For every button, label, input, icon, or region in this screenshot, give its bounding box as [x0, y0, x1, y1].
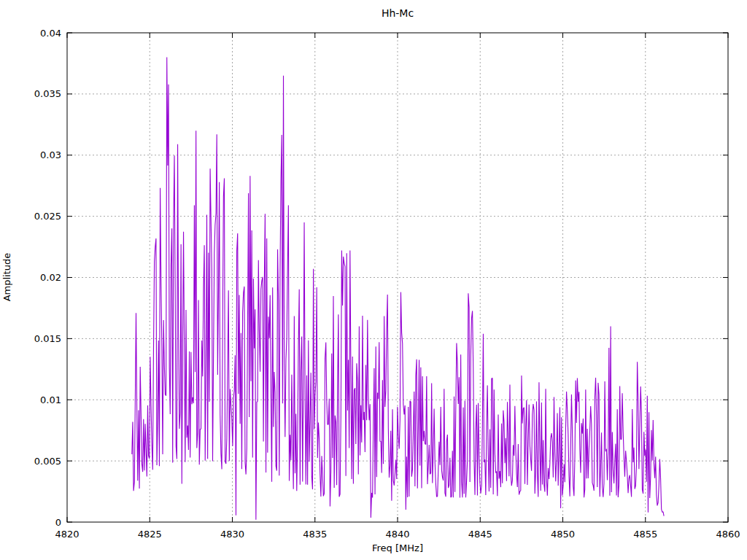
plot-area: 48204825483048354840484548504855486000.0…	[0, 0, 747, 560]
y-tick-label: 0	[55, 517, 61, 528]
x-tick-label: 4835	[303, 529, 327, 540]
x-tick-label: 4840	[385, 529, 409, 540]
y-tick-label: 0.025	[34, 211, 61, 222]
x-axis-label: Freq [MHz]	[372, 542, 423, 553]
y-tick-label: 0.005	[34, 456, 61, 467]
x-tick-label: 4855	[633, 529, 657, 540]
y-axis-label: Amplitude	[1, 253, 12, 302]
x-tick-label: 4825	[138, 529, 162, 540]
y-tick-label: 0.01	[40, 394, 61, 405]
chart-title: Hh-Mc	[382, 7, 414, 19]
y-tick-label: 0.015	[34, 333, 61, 344]
y-tick-label: 0.03	[40, 149, 61, 160]
x-tick-label: 4850	[551, 529, 575, 540]
y-tick-label: 0.035	[34, 88, 61, 99]
x-tick-label: 4820	[55, 529, 79, 540]
x-tick-label: 4860	[716, 529, 740, 540]
y-tick-label: 0.04	[40, 28, 61, 39]
x-tick-label: 4845	[468, 529, 492, 540]
x-tick-label: 4830	[220, 529, 244, 540]
chart: 48204825483048354840484548504855486000.0…	[0, 0, 747, 560]
y-tick-label: 0.02	[40, 272, 61, 283]
